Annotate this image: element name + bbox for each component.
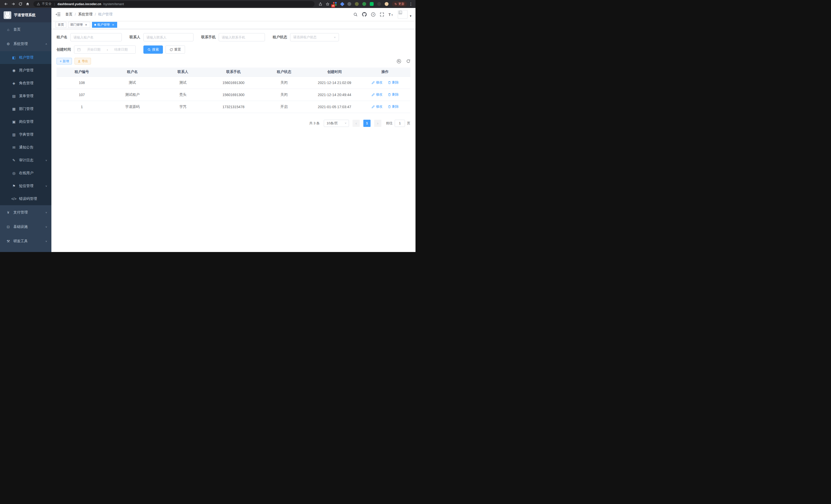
column-header: 联系手机 [208, 67, 259, 77]
sidebar-item-post-management[interactable]: ▣岗位管理 [0, 115, 51, 128]
reset-button[interactable]: 重置 [166, 46, 185, 54]
sidebar-item-user-management[interactable]: ◉用户管理 [0, 64, 51, 77]
refresh-icon[interactable] [406, 59, 410, 63]
extension-icon[interactable] [362, 2, 366, 6]
tab-label: 首页 [58, 23, 64, 27]
create-time-label: 创建时间 [57, 47, 71, 52]
breadcrumb-item[interactable]: 系统管理 [78, 12, 92, 17]
search-button[interactable]: 搜索 [143, 46, 163, 54]
logo[interactable]: 芋道管理系统 [0, 8, 51, 22]
extension-grid-icon[interactable]: 10 [333, 2, 337, 6]
share-icon[interactable] [317, 1, 324, 7]
help-icon[interactable]: ? [371, 12, 375, 17]
edit-link[interactable]: 修改 [372, 104, 382, 109]
current-page-button[interactable]: 1 [363, 120, 371, 127]
close-icon[interactable]: × [84, 23, 88, 27]
extension-diamond-icon[interactable] [340, 2, 344, 6]
delete-icon [388, 93, 391, 96]
extension-puzzle-icon[interactable] [377, 2, 381, 6]
date-range-picker[interactable]: 开始日期 - 结束日期 [74, 46, 136, 54]
cell-operations: 修改 删除 [360, 89, 410, 101]
sidebar-item-sms-management[interactable]: ⚑短信管理∨ [0, 180, 51, 192]
close-icon[interactable]: × [111, 23, 115, 27]
navbar-actions: ? TT ▾ [353, 10, 411, 19]
export-button[interactable]: 导出 [75, 58, 91, 64]
table-row: 108 测试 测试 15601691300 关闭 2021-12-14 21:0… [57, 77, 410, 89]
tab-home[interactable]: 首页 [56, 22, 66, 28]
tenant-status-select[interactable]: 请选择租户状态 ∨ [290, 33, 339, 41]
update-button[interactable]: ↻更新 [392, 1, 407, 7]
svg-text:T: T [389, 12, 391, 16]
chevron-down-icon: ∨ [45, 159, 47, 161]
chevron-down-icon: ∨ [334, 36, 336, 38]
github-icon[interactable] [362, 12, 367, 17]
sidebar-item-dict-management[interactable]: ▥字典管理 [0, 128, 51, 141]
logo-avatar [4, 11, 11, 19]
date-end-placeholder: 结束日期 [110, 47, 133, 52]
bookmark-star-icon[interactable] [324, 1, 331, 7]
not-secure-warning-icon [37, 2, 40, 6]
sidebar-item-department-management[interactable]: ▦部门管理 [0, 102, 51, 115]
extension-avatar-icon[interactable] [385, 2, 389, 6]
tenant-name-input[interactable] [74, 35, 119, 39]
address-bar[interactable]: 不安全 | dashboard.yudao.iocoder.cn/system/… [33, 1, 315, 7]
caret-down-icon[interactable]: ▾ [410, 14, 411, 19]
extension-icon[interactable] [355, 2, 359, 6]
prev-page-button[interactable]: ‹ [352, 120, 360, 127]
page-size-select[interactable]: 10条/页 ∨ [324, 120, 349, 127]
fullscreen-icon[interactable] [380, 12, 384, 17]
tab-tenant-management[interactable]: 租户管理× [92, 22, 117, 28]
gear-icon: ⚙ [5, 42, 11, 46]
sidebar-item-dev-tools[interactable]: ⚒研发工具∨ [0, 234, 51, 248]
page-suffix-label: 页 [407, 121, 410, 126]
tab-department-management[interactable]: 部门管理× [68, 22, 90, 28]
sidebar-item-error-code-management[interactable]: </>错误码管理 [0, 192, 51, 205]
avatar[interactable] [398, 10, 407, 19]
edit-link[interactable]: 修改 [372, 92, 382, 97]
sidebar-item-home[interactable]: ⌂首页 [0, 22, 51, 37]
sidebar-item-menu-management[interactable]: ▤菜单管理 [0, 90, 51, 102]
pagination: 共 3 条 10条/页 ∨ ‹ 1 › 前往 页 [57, 120, 410, 127]
filter-tenant-name: 租户名 [57, 33, 122, 41]
add-button[interactable]: + 新增 [57, 58, 72, 64]
phone-input[interactable] [222, 35, 262, 39]
sidebar-item-system-management[interactable]: ⚙系统管理∧ [0, 37, 51, 51]
sidebar-item-audit-log[interactable]: ✎审计日志∨ [0, 154, 51, 167]
toggle-search-icon[interactable] [397, 59, 401, 63]
status-placeholder: 请选择租户状态 [293, 35, 334, 39]
address-divider: | [54, 2, 55, 6]
sidebar-item-label: 在线用户 [19, 171, 47, 175]
back-icon[interactable] [3, 1, 9, 7]
sidebar-item-label: 通知公告 [19, 145, 47, 150]
sidebar-item-label: 系统管理 [13, 41, 45, 46]
delete-link[interactable]: 删除 [388, 92, 399, 97]
delete-link[interactable]: 删除 [388, 80, 399, 85]
delete-link[interactable]: 删除 [388, 104, 399, 109]
sidebar-item-infrastructure[interactable]: ⊡基础设施∨ [0, 219, 51, 234]
sidebar-item-online-users[interactable]: ◎在线用户 [0, 167, 51, 180]
search-button-icon [147, 48, 151, 51]
edit-link[interactable]: 修改 [372, 80, 382, 85]
next-page-button[interactable]: › [374, 120, 381, 127]
hamburger-icon[interactable] [56, 12, 61, 17]
sidebar-item-payment-management[interactable]: ¥支付管理∨ [0, 205, 51, 219]
forward-icon[interactable] [10, 1, 17, 7]
search-icon[interactable] [353, 12, 358, 17]
contact-input[interactable] [146, 35, 191, 39]
total-count: 共 3 条 [309, 121, 320, 126]
browser-menu-icon[interactable]: ⋮ [409, 1, 413, 7]
home-nav-icon[interactable] [24, 1, 31, 7]
goto-page-input[interactable] [395, 120, 405, 127]
font-size-icon[interactable]: TT [389, 12, 393, 17]
sidebar-item-tenant-management[interactable]: ◧租户管理 [0, 51, 51, 64]
chevron-down-icon: ∨ [45, 240, 47, 242]
filter-phone: 联系手机 [201, 33, 265, 41]
sidebar-item-label: 字典管理 [19, 132, 47, 137]
sidebar-item-role-management[interactable]: ◈角色管理 [0, 77, 51, 90]
extension-icon[interactable] [347, 2, 351, 6]
extension-chat-icon[interactable] [370, 2, 374, 6]
monitor-icon: ⊡ [5, 225, 11, 229]
sidebar-item-notice-announcement[interactable]: ✉通知公告 [0, 141, 51, 154]
reload-icon[interactable] [17, 1, 24, 7]
breadcrumb-item[interactable]: 首页 [65, 12, 73, 17]
